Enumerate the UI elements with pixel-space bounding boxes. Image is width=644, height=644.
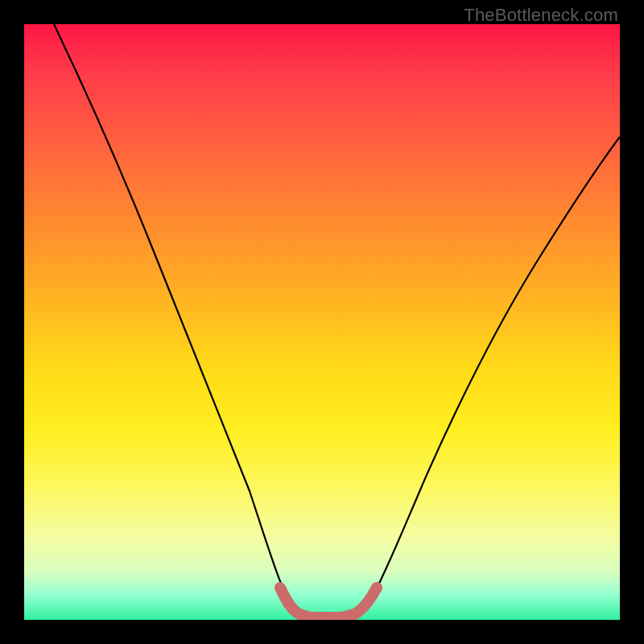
- highlight-line: [280, 588, 377, 617]
- plot-area: [24, 24, 620, 620]
- chart-container: TheBottleneck.com: [0, 0, 644, 644]
- watermark-text: TheBottleneck.com: [464, 5, 618, 26]
- curve-line: [54, 24, 620, 617]
- chart-overlay: [24, 24, 620, 620]
